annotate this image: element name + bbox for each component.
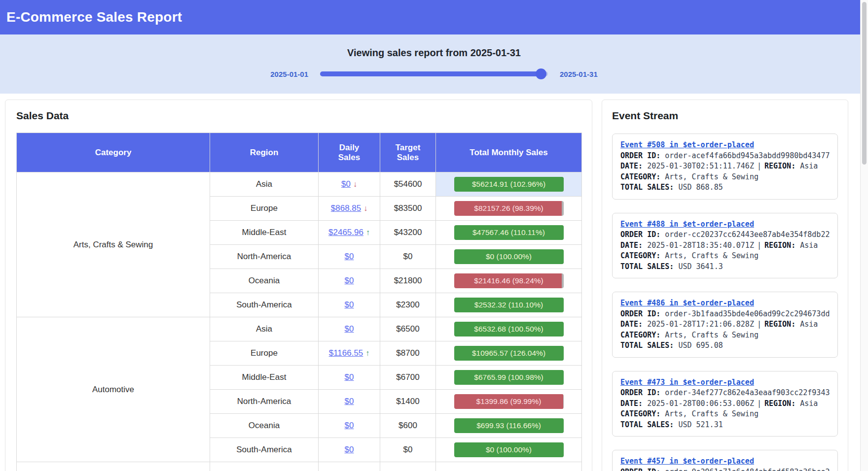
empty-cell	[17, 462, 210, 471]
order-id-label: ORDER ID:	[620, 388, 660, 397]
event-total-line: TOTAL SALES: USD 868.85	[620, 182, 830, 193]
region-cell: Europe	[210, 197, 319, 221]
order-id-value: order-0e2961e71a6e484abfadf583a36bce2f	[660, 468, 830, 471]
region-cell: Asia	[210, 317, 319, 341]
category-label: CATEGORY:	[620, 172, 660, 181]
target-sales-cell: $0	[380, 438, 436, 462]
daily-sales-cell: $0	[319, 269, 380, 293]
monthly-sales-badge: $1399.86 (99.99%)	[454, 394, 564, 409]
column-header-target-sales: Target Sales	[380, 133, 436, 172]
monthly-sales-cell: $6765.99 (100.98%)	[436, 366, 582, 390]
category-value: Arts, Crafts & Sewing	[660, 172, 759, 181]
page-scrollbar[interactable]	[860, 0, 868, 471]
total-sales-label: TOTAL SALES:	[620, 420, 674, 429]
badge-label: $2532.32 (110.10%)	[454, 298, 564, 312]
event-date-region-line: DATE: 2025-01-28T18:35:40.071Z|REGION: A…	[620, 240, 830, 251]
empty-cell	[436, 462, 582, 471]
app-header: E-Commerce Sales Report	[0, 0, 868, 34]
daily-sales-link[interactable]: $1166.55	[329, 348, 363, 358]
event-order-id-line: ORDER ID: order-0e2961e71a6e484abfadf583…	[620, 467, 830, 471]
event-title-line: Event #508 in $et-order-placed	[620, 140, 830, 151]
trend-up-icon: ↑	[366, 228, 370, 236]
sales-data-title: Sales Data	[16, 110, 581, 122]
daily-sales-cell: $0	[319, 245, 380, 269]
separator: |	[754, 320, 764, 329]
event-item: Event #457 in $et-order-placedORDER ID: …	[612, 450, 838, 471]
event-link[interactable]: Event #508 in $et-order-placed	[620, 140, 754, 149]
empty-cell	[380, 462, 436, 471]
daily-sales-link[interactable]: $0	[345, 372, 354, 382]
event-link[interactable]: Event #488 in $et-order-placed	[620, 220, 754, 229]
target-sales-cell: $83500	[380, 197, 436, 221]
monthly-sales-badge: $21416.46 (98.24%)	[454, 273, 564, 288]
region-value: Asia	[796, 320, 818, 329]
daily-sales-link[interactable]: $868.85	[331, 203, 361, 213]
table-row: Arts, Crafts & SewingAsia$0↓$54600$56214…	[17, 172, 582, 197]
badge-label: $47567.46 (110.11%)	[454, 225, 564, 240]
date-slider-row: 2025-01-01 2025-01-31	[0, 68, 868, 79]
event-link[interactable]: Event #457 in $et-order-placed	[620, 457, 754, 466]
region-cell: Oceania	[210, 414, 319, 438]
slider-thumb[interactable]	[536, 68, 546, 79]
order-id-label: ORDER ID:	[620, 230, 660, 239]
target-sales-cell: $54600	[380, 172, 436, 197]
daily-sales-link[interactable]: $0	[345, 276, 354, 285]
event-order-id-line: ORDER ID: order-34ef277c862e4a3eaaf903cc…	[620, 388, 830, 399]
event-item: Event #508 in $et-order-placedORDER ID: …	[612, 134, 838, 200]
daily-sales-cell: $868.85↓	[319, 197, 380, 221]
report-range-title: Viewing sales report from 2025-01-31	[0, 47, 868, 59]
region-cell: Europe	[210, 341, 319, 366]
target-sales-cell: $600	[380, 414, 436, 438]
badge-label: $0 (100.00%)	[454, 249, 564, 264]
date-slider[interactable]	[320, 68, 548, 79]
region-cell: Middle-East	[210, 221, 319, 245]
category-label: CATEGORY:	[620, 331, 660, 339]
daily-sales-link[interactable]: $0	[345, 397, 354, 406]
target-sales-cell: $6700	[380, 366, 436, 390]
daily-sales-link[interactable]: $0	[345, 421, 354, 430]
event-order-id-line: ORDER ID: order-cc20237cc62443ee87ab4e35…	[620, 230, 830, 240]
region-cell: South-America	[210, 293, 319, 317]
column-header-region: Region	[210, 133, 319, 172]
filter-band: Viewing sales report from 2025-01-31 202…	[0, 34, 868, 94]
column-header-total-monthly-sales: Total Monthly Sales	[436, 133, 582, 172]
daily-sales-link[interactable]: $2465.96	[328, 228, 363, 237]
daily-sales-link[interactable]: $0	[345, 300, 354, 309]
date-label: DATE:	[620, 399, 643, 408]
monthly-sales-badge: $56214.91 (102.96%)	[454, 177, 564, 192]
monthly-sales-cell: $2532.32 (110.10%)	[436, 293, 582, 317]
separator: |	[754, 399, 764, 408]
daily-sales-cell: $0	[319, 293, 380, 317]
event-link[interactable]: Event #486 in $et-order-placed	[620, 299, 754, 307]
monthly-sales-badge: $10965.57 (126.04%)	[454, 346, 564, 361]
daily-sales-link[interactable]: $0	[341, 179, 351, 189]
region-cell: Asia	[210, 172, 319, 197]
daily-sales-link[interactable]: $0	[345, 445, 354, 454]
region-cell: South-America	[210, 438, 319, 462]
monthly-sales-cell: $1399.86 (99.99%)	[436, 390, 582, 414]
event-stream-title: Event Stream	[612, 110, 838, 122]
daily-sales-link[interactable]: $0	[345, 324, 354, 334]
daily-sales-cell: $0↓	[319, 172, 380, 197]
empty-cell	[210, 462, 319, 471]
target-sales-cell: $43200	[380, 221, 436, 245]
sales-table: CategoryRegionDaily SalesTarget SalesTot…	[16, 133, 582, 471]
daily-sales-cell: $2465.96↑	[319, 221, 380, 245]
badge-label: $1399.86 (99.99%)	[454, 394, 564, 409]
region-cell: Middle-East	[210, 366, 319, 390]
region-cell: Oceania	[210, 269, 319, 293]
badge-label: $6532.68 (100.50%)	[454, 322, 564, 336]
daily-sales-link[interactable]: $0	[345, 252, 354, 261]
region-label: REGION:	[764, 399, 796, 408]
table-row-cutoff	[17, 462, 582, 471]
monthly-sales-cell: $6532.68 (100.50%)	[436, 317, 582, 341]
region-label: REGION:	[764, 162, 796, 170]
event-link[interactable]: Event #473 in $et-order-placed	[620, 378, 754, 387]
page-title: E-Commerce Sales Report	[6, 9, 182, 25]
total-sales-label: TOTAL SALES:	[620, 341, 674, 350]
target-sales-cell: $6500	[380, 317, 436, 341]
scrollbar-thumb[interactable]	[862, 2, 867, 165]
monthly-sales-badge: $699.93 (116.66%)	[454, 418, 564, 433]
badge-label: $6765.99 (100.98%)	[454, 370, 564, 385]
category-value: Arts, Crafts & Sewing	[660, 409, 759, 418]
